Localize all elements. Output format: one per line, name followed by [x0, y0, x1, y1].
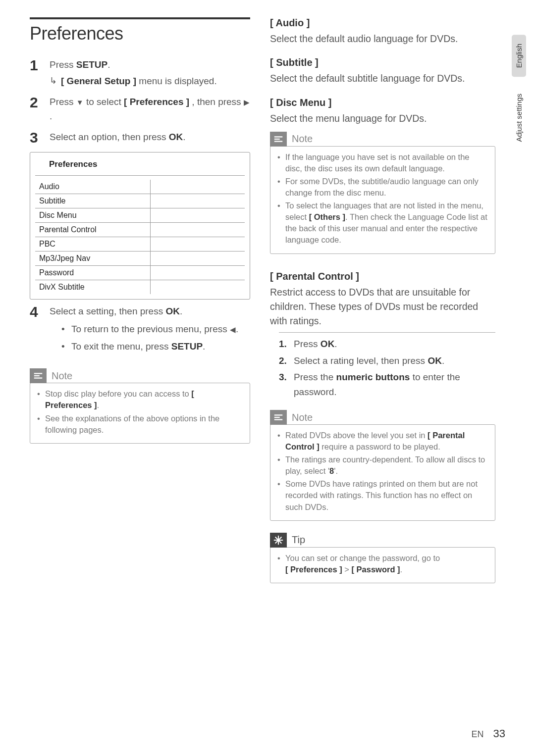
text-bold: [ Password ] [351, 565, 400, 574]
page-footer: EN 33 [471, 727, 505, 740]
text: . [180, 306, 182, 316]
footer-lang: EN [471, 729, 483, 739]
menu-item: Mp3/Jpeg Nav [35, 252, 151, 265]
note-item: To select the languages that are not lis… [277, 200, 488, 246]
menu-item: Password [35, 266, 151, 280]
text: , then press [189, 97, 244, 107]
note-body: Rated DVDs above the level you set in [ … [270, 424, 495, 521]
menu-header: Preferences [30, 152, 250, 175]
note-icon [270, 410, 287, 425]
tip-label: Tip [292, 534, 305, 546]
option-desc: Restrict access to DVDs that are unsuita… [270, 285, 495, 329]
note-label: Note [52, 370, 72, 382]
section-rule [30, 17, 250, 19]
menu-item: Audio [35, 180, 151, 194]
menu-row: Subtitle [35, 194, 245, 208]
bullet-item: To return to the previous menu, press ◀. [61, 322, 250, 336]
text-bold: SETUP [171, 341, 203, 352]
text-bold: [ General Setup ] [61, 76, 136, 86]
text: . [107, 59, 110, 70]
menu-row: Audio [35, 180, 245, 194]
menu-item: PBC [35, 237, 151, 251]
text: to select [84, 97, 124, 107]
tip-block: Tip You can set or change the password, … [270, 533, 495, 583]
step-number: 2 [30, 95, 41, 110]
step-body: Select an option, then press OK. [50, 130, 250, 145]
text: '. [334, 466, 338, 475]
menu-row: PBC [35, 237, 245, 252]
list-item: 2.Select a rating level, then press OK. [279, 353, 495, 368]
left-triangle-icon: ◀ [230, 324, 236, 335]
note-icon [30, 368, 47, 383]
menu-items: Audio Subtitle Disc Menu Parental Contro… [30, 176, 250, 299]
text: . [97, 401, 100, 409]
option-title: [ Disc Menu ] [270, 97, 495, 108]
text: Select a rating level, then press [294, 355, 428, 366]
side-tabs: English Adjust settings [512, 35, 526, 151]
list-item: 3.Press the numeric buttons to enter the… [279, 370, 495, 399]
text: . [400, 565, 403, 574]
text: Select an option, then press [50, 132, 169, 142]
menu-row: Mp3/Jpeg Nav [35, 252, 245, 266]
text: Press the [294, 372, 336, 382]
left-column: Preferences 1 Press SETUP. ↳ [ General S… [30, 17, 250, 583]
option-desc: Select the menu language for DVDs. [270, 111, 495, 126]
text: You can set or change the password, go t… [285, 554, 440, 562]
menu-row: Parental Control [35, 223, 245, 237]
tip-icon [270, 533, 287, 548]
note-item: For some DVDs, the subtitle/audio langua… [277, 176, 488, 199]
text: . [334, 339, 337, 349]
text: Select a setting, then press [50, 306, 165, 316]
text: . [183, 132, 185, 142]
text: menu is displayed. [136, 76, 217, 86]
option-title: [ Subtitle ] [270, 57, 495, 68]
text: > [342, 565, 352, 574]
menu-row: Password [35, 266, 245, 280]
note-label: Note [292, 133, 313, 145]
text-bold: OK [169, 132, 183, 142]
step-3: 3 Select an option, then press OK. [30, 130, 250, 145]
text: . [203, 341, 205, 352]
step-body: Select a setting, then press OK. To retu… [50, 304, 250, 356]
option-audio: [ Audio ] Select the default audio langu… [270, 17, 495, 46]
down-triangle-icon: ▼ [76, 97, 84, 108]
note-item: If the language you have set is not avai… [277, 151, 488, 174]
step-number: 3 [30, 130, 41, 145]
bullet-item: To exit the menu, press SETUP. [61, 339, 250, 353]
text: Press [50, 59, 76, 70]
page-title: Preferences [30, 23, 250, 44]
step-4: 4 Select a setting, then press OK. To re… [30, 304, 250, 356]
text-bold: OK [321, 339, 335, 349]
note-block: Note If the language you have set is not… [270, 132, 495, 254]
text-bold: SETUP [76, 59, 107, 70]
note-item: Stop disc play before you can access to … [37, 388, 243, 411]
numbered-list: 1.Press OK. 2.Select a rating level, the… [279, 332, 495, 399]
text: To return to the previous menu, press [71, 324, 230, 334]
step-body: Press ▼ to select [ Preferences ] , then… [50, 95, 250, 123]
right-column: [ Audio ] Select the default audio langu… [270, 17, 510, 583]
step-number: 4 [30, 304, 41, 319]
text: . [442, 355, 444, 366]
text-bold: 8 [329, 466, 334, 475]
list-item: 1.Press OK. [279, 337, 495, 351]
note-block: Note Rated DVDs above the level you set … [270, 410, 495, 521]
text: Press [50, 97, 76, 107]
note-item: Rated DVDs above the level you set in [ … [277, 430, 488, 453]
text: To exit the menu, press [71, 341, 171, 352]
note-label: Note [292, 412, 313, 423]
text: . [50, 111, 52, 121]
text: The ratings are country-dependent. To al… [285, 455, 485, 475]
option-disc-menu: [ Disc Menu ] Select the menu language f… [270, 97, 495, 126]
text-bold: [ Preferences ] [124, 97, 189, 107]
note-item: See the explanations of the above option… [37, 413, 243, 436]
option-title: [ Audio ] [270, 17, 495, 29]
text: [ General Setup ] menu is displayed. [61, 74, 217, 89]
note-body: Stop disc play before you can access to … [30, 383, 250, 443]
text: Press [294, 339, 321, 349]
option-subtitle: [ Subtitle ] Select the default subtitle… [270, 57, 495, 86]
step-body: Press SETUP. ↳ [ General Setup ] menu is… [50, 58, 250, 88]
note-icon [270, 132, 287, 147]
step-number: 1 [30, 58, 41, 73]
option-parental-control: [ Parental Control ] Restrict access to … [270, 271, 495, 400]
tip-body: You can set or change the password, go t… [270, 547, 495, 583]
